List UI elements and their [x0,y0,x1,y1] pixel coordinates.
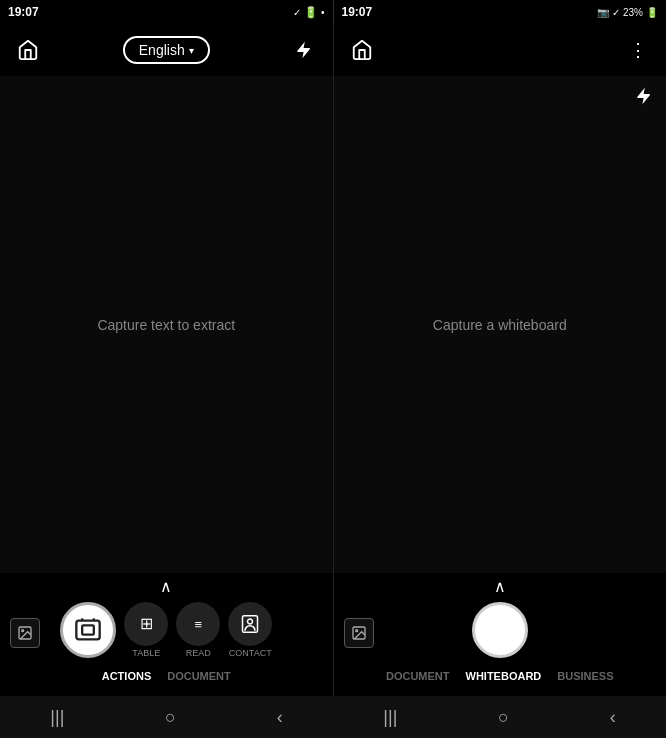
right-chevron-up-icon: ∧ [494,577,506,596]
language-selector[interactable]: English ▾ [123,36,210,64]
contact-button[interactable] [228,602,272,646]
left-gallery-button[interactable] [10,618,40,648]
svg-point-9 [355,630,357,632]
nav-back-right[interactable]: ‹ [598,703,628,732]
right-home-button[interactable] [346,34,378,66]
nav-home-right[interactable]: ○ [486,703,521,732]
capture-icon [74,616,102,644]
home-icon [17,39,39,61]
right-flash-icon [634,86,654,106]
svg-point-7 [22,630,24,632]
left-home-button[interactable] [12,34,44,66]
status-right: 19:07 📷 ✓ 23% 🔋 [334,0,667,24]
svg-rect-0 [77,621,100,640]
table-icon: ⊞ [140,616,153,632]
language-label: English [139,42,185,58]
right-screen: ⋮ Capture a whiteboard ∧ DOCUMENT WHITEB… [334,24,667,696]
nav-home-left[interactable]: ○ [153,703,188,732]
table-label: TABLE [132,648,160,658]
status-icons-right: 📷 ✓ 23% 🔋 [597,7,658,18]
left-chevron-row: ∧ [0,573,333,598]
read-label: READ [186,648,211,658]
nav-left: ||| ○ ‹ [0,696,333,738]
left-top-bar: English ▾ [0,24,333,76]
tab-whiteboard[interactable]: WHITEBOARD [458,668,550,684]
right-capture-row [334,598,667,662]
read-icon: ≡ [194,618,202,631]
gallery-icon [17,625,33,641]
right-gallery-icon [351,625,367,641]
right-home-icon [351,39,373,61]
table-button[interactable]: ⊞ [124,602,168,646]
right-flash-button[interactable] [634,86,654,111]
left-screen: English ▾ Capture text to extract ∧ [0,24,333,696]
nav-back-left[interactable]: ‹ [265,703,295,732]
right-capture-button[interactable] [472,602,528,658]
left-capture-row: ⊞ TABLE ≡ READ [0,598,333,662]
right-more-button[interactable]: ⋮ [622,34,654,66]
nav-right: ||| ○ ‹ [333,696,666,738]
right-gallery-button[interactable] [344,618,374,648]
left-bottom-controls: ∧ ⊞ TABLE [0,573,333,696]
read-button-wrapper: ≡ READ [176,602,220,658]
tab-business[interactable]: BUSINESS [549,668,621,684]
nav-recent-left[interactable]: ||| [38,703,76,732]
time-right: 19:07 [342,5,373,19]
right-chevron-row: ∧ [334,573,667,598]
right-viewfinder: Capture a whiteboard [334,76,667,573]
left-capture-hint: Capture text to extract [97,317,235,333]
svg-rect-1 [82,625,94,634]
table-button-wrapper: ⊞ TABLE [124,602,168,658]
left-capture-button[interactable] [60,602,116,658]
status-left: 19:07 ✓ 🔋 • [0,0,333,24]
left-mode-tabs: ACTIONS DOCUMENT [0,662,333,692]
screens-container: English ▾ Capture text to extract ∧ [0,24,666,696]
svg-point-5 [248,619,253,624]
tab-actions[interactable]: ACTIONS [94,668,160,684]
chevron-up-icon: ∧ [160,577,172,596]
tab-document[interactable]: DOCUMENT [159,668,239,684]
nav-recent-right[interactable]: ||| [371,703,409,732]
tab-document-right[interactable]: DOCUMENT [378,668,458,684]
right-top-bar: ⋮ [334,24,667,76]
contact-label: CONTACT [229,648,272,658]
right-bottom-controls: ∧ DOCUMENT WHITEBOARD BUSINESS [334,573,667,696]
more-icon: ⋮ [629,39,648,61]
right-capture-hint: Capture a whiteboard [433,317,567,333]
left-viewfinder: Capture text to extract [0,76,333,573]
time-left: 19:07 [8,5,39,19]
contact-icon [240,614,260,634]
contact-button-wrapper: CONTACT [228,602,272,658]
left-flash-button[interactable] [288,34,320,66]
navigation-bar: ||| ○ ‹ ||| ○ ‹ [0,696,666,738]
flash-icon [294,40,314,60]
read-button[interactable]: ≡ [176,602,220,646]
right-mode-tabs: DOCUMENT WHITEBOARD BUSINESS [334,662,667,692]
chevron-down-icon: ▾ [189,45,194,56]
status-bar: 19:07 ✓ 🔋 • 19:07 📷 ✓ 23% 🔋 [0,0,666,24]
status-icons-left: ✓ 🔋 • [293,6,325,19]
